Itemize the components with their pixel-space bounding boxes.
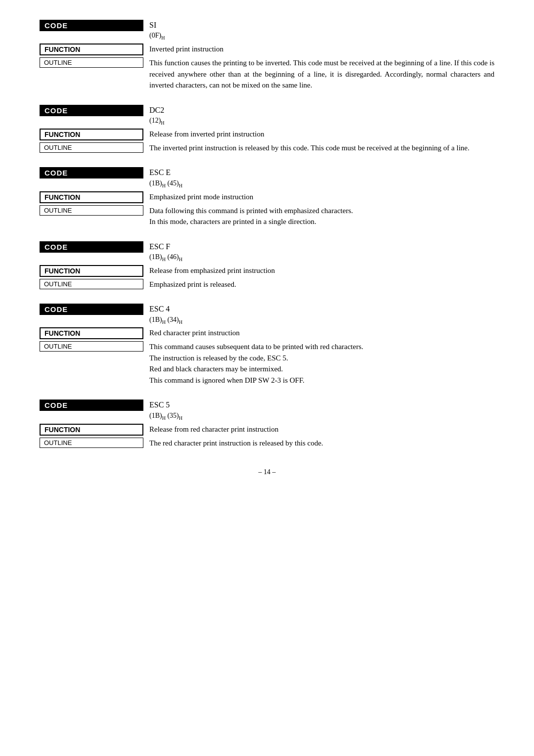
code-row-si: CODE SI (0F)H bbox=[40, 20, 494, 42]
outline-label-cell-dc2: OUTLINE bbox=[40, 142, 143, 153]
entry-dc2: CODE DC2 (12)H FUNCTION Release from inv… bbox=[40, 105, 494, 154]
function-label-cell-esc-f: FUNCTION bbox=[40, 265, 143, 277]
function-badge-dc2: FUNCTION bbox=[40, 129, 143, 140]
code-value-si: SI (0F)H bbox=[149, 20, 494, 42]
code-badge-esc-4: CODE bbox=[40, 304, 143, 315]
outline-value-dc2: The inverted print instruction is releas… bbox=[149, 142, 494, 154]
code-row-dc2: CODE DC2 (12)H bbox=[40, 105, 494, 127]
outline-badge-esc-5: OUTLINE bbox=[40, 438, 143, 448]
outline-badge-si: OUTLINE bbox=[40, 57, 143, 68]
outline-badge-dc2: OUTLINE bbox=[40, 142, 143, 153]
code-row-esc-f: CODE ESC F (1B)H (46)H bbox=[40, 241, 494, 263]
code-hex-esc-4: (1B)H (34)H bbox=[149, 315, 494, 326]
outline-label-cell-esc-4: OUTLINE bbox=[40, 341, 143, 352]
entry-esc-e: CODE ESC E (1B)H (45)H FUNCTION Emphasiz… bbox=[40, 167, 494, 227]
function-row-si: FUNCTION Inverted print instruction bbox=[40, 44, 494, 55]
code-hex-esc-5: (1B)H (35)H bbox=[149, 411, 494, 422]
outline-badge-esc-e: OUTLINE bbox=[40, 205, 143, 216]
code-row-esc-e: CODE ESC E (1B)H (45)H bbox=[40, 167, 494, 189]
page-footer: – 14 – bbox=[40, 468, 494, 476]
entry-si: CODE SI (0F)H FUNCTION Inverted print in… bbox=[40, 20, 494, 91]
outline-value-esc-e: Data following this command is printed w… bbox=[149, 205, 494, 227]
code-label-cell-esc-e: CODE bbox=[40, 167, 143, 178]
function-row-esc-5: FUNCTION Release from red character prin… bbox=[40, 424, 494, 436]
outline-badge-esc-f: OUTLINE bbox=[40, 279, 143, 289]
outline-row-esc-e: OUTLINE Data following this command is p… bbox=[40, 205, 494, 227]
function-row-dc2: FUNCTION Release from inverted print ins… bbox=[40, 129, 494, 140]
code-value-esc-4: ESC 4 (1B)H (34)H bbox=[149, 304, 494, 325]
code-badge-esc-f: CODE bbox=[40, 241, 143, 253]
function-badge-esc-f: FUNCTION bbox=[40, 265, 143, 277]
function-row-esc-4: FUNCTION Red character print instruction bbox=[40, 327, 494, 339]
code-label-cell-esc-5: CODE bbox=[40, 400, 143, 411]
function-label-cell-si: FUNCTION bbox=[40, 44, 143, 55]
function-badge-esc-4: FUNCTION bbox=[40, 327, 143, 339]
code-label-cell-esc-4: CODE bbox=[40, 304, 143, 315]
page-number: – 14 – bbox=[259, 468, 276, 476]
code-hex-dc2: (12)H bbox=[149, 116, 494, 127]
code-main-esc-f: ESC F bbox=[149, 241, 494, 252]
outline-badge-esc-4: OUTLINE bbox=[40, 341, 143, 352]
code-label-cell-esc-f: CODE bbox=[40, 241, 143, 253]
code-value-esc-e: ESC E (1B)H (45)H bbox=[149, 167, 494, 189]
code-value-esc-f: ESC F (1B)H (46)H bbox=[149, 241, 494, 263]
code-hex-esc-e: (1B)H (45)H bbox=[149, 178, 494, 189]
code-main-dc2: DC2 bbox=[149, 105, 494, 116]
code-badge-esc-5: CODE bbox=[40, 400, 143, 411]
code-badge-esc-e: CODE bbox=[40, 167, 143, 178]
code-value-dc2: DC2 (12)H bbox=[149, 105, 494, 127]
function-value-si: Inverted print instruction bbox=[149, 44, 494, 55]
outline-label-cell-esc-5: OUTLINE bbox=[40, 438, 143, 448]
outline-value-esc-f: Emphasized print is released. bbox=[149, 279, 494, 290]
outline-label-cell-si: OUTLINE bbox=[40, 57, 143, 68]
code-main-esc-4: ESC 4 bbox=[149, 304, 494, 314]
page-content: CODE SI (0F)H FUNCTION Inverted print in… bbox=[40, 20, 494, 476]
outline-value-si: This function causes the printing to be … bbox=[149, 57, 494, 91]
entry-esc-4: CODE ESC 4 (1B)H (34)H FUNCTION Red char… bbox=[40, 304, 494, 386]
outline-row-si: OUTLINE This function causes the printin… bbox=[40, 57, 494, 91]
code-badge-si: CODE bbox=[40, 20, 143, 31]
entry-esc-5: CODE ESC 5 (1B)H (35)H FUNCTION Release … bbox=[40, 400, 494, 448]
code-hex-esc-f: (1B)H (46)H bbox=[149, 252, 494, 263]
code-hex-si: (0F)H bbox=[149, 31, 494, 42]
outline-value-esc-4: This command causes subsequent data to b… bbox=[149, 341, 494, 386]
function-value-esc-f: Release from emphasized print instructio… bbox=[149, 265, 494, 276]
function-value-esc-5: Release from red character print instruc… bbox=[149, 424, 494, 435]
outline-row-dc2: OUTLINE The inverted print instruction i… bbox=[40, 142, 494, 154]
function-badge-si: FUNCTION bbox=[40, 44, 143, 55]
function-badge-esc-5: FUNCTION bbox=[40, 424, 143, 436]
outline-label-cell-esc-e: OUTLINE bbox=[40, 205, 143, 216]
function-value-esc-4: Red character print instruction bbox=[149, 327, 494, 339]
function-label-cell-esc-e: FUNCTION bbox=[40, 191, 143, 203]
outline-row-esc-f: OUTLINE Emphasized print is released. bbox=[40, 279, 494, 290]
code-row-esc-5: CODE ESC 5 (1B)H (35)H bbox=[40, 400, 494, 421]
code-main-esc-e: ESC E bbox=[149, 167, 494, 178]
code-main-esc-5: ESC 5 bbox=[149, 400, 494, 410]
code-label-cell-dc2: CODE bbox=[40, 105, 143, 116]
code-row-esc-4: CODE ESC 4 (1B)H (34)H bbox=[40, 304, 494, 325]
function-label-cell-esc-4: FUNCTION bbox=[40, 327, 143, 339]
code-label-cell-si: CODE bbox=[40, 20, 143, 31]
outline-row-esc-4: OUTLINE This command causes subsequent d… bbox=[40, 341, 494, 386]
code-main-si: SI bbox=[149, 20, 494, 31]
function-badge-esc-e: FUNCTION bbox=[40, 191, 143, 203]
outline-row-esc-5: OUTLINE The red character print instruct… bbox=[40, 438, 494, 449]
function-row-esc-f: FUNCTION Release from emphasized print i… bbox=[40, 265, 494, 277]
code-value-esc-5: ESC 5 (1B)H (35)H bbox=[149, 400, 494, 421]
entry-esc-f: CODE ESC F (1B)H (46)H FUNCTION Release … bbox=[40, 241, 494, 290]
code-badge-dc2: CODE bbox=[40, 105, 143, 116]
function-value-dc2: Release from inverted print instruction bbox=[149, 129, 494, 140]
outline-label-cell-esc-f: OUTLINE bbox=[40, 279, 143, 289]
outline-value-esc-5: The red character print instruction is r… bbox=[149, 438, 494, 449]
function-label-cell-esc-5: FUNCTION bbox=[40, 424, 143, 436]
function-value-esc-e: Emphasized print mode instruction bbox=[149, 191, 494, 203]
function-label-cell-dc2: FUNCTION bbox=[40, 129, 143, 140]
function-row-esc-e: FUNCTION Emphasized print mode instructi… bbox=[40, 191, 494, 203]
